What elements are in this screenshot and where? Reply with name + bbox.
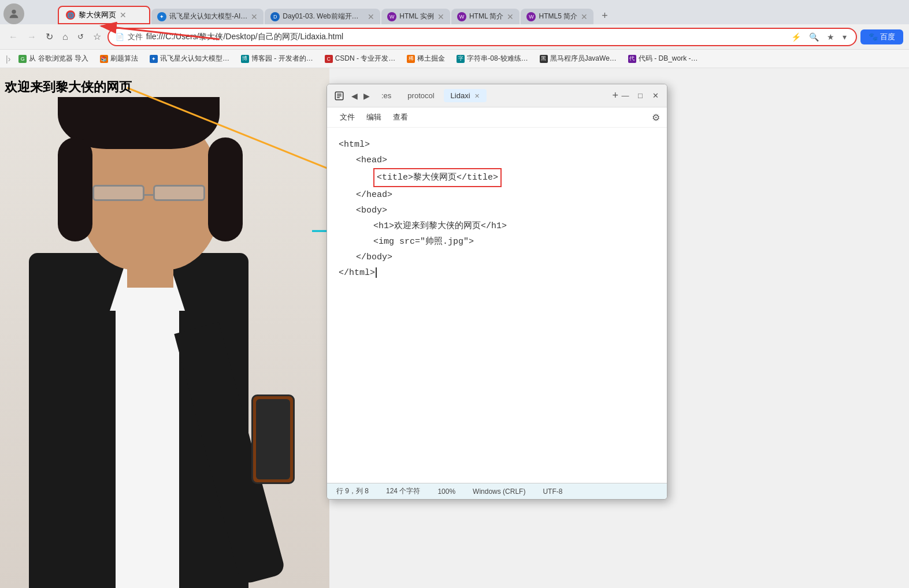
bookmarks-expand-icon[interactable]: |›	[6, 54, 10, 64]
page-heading: 欢迎来到黎大侠的网页	[5, 79, 132, 96]
notepad-new-tab-btn[interactable]: +	[610, 90, 621, 102]
notepad-statusbar: 行 9，列 8 124 个字符 100% Windows (CRLF) UTF-…	[327, 483, 667, 499]
bookmark-icon-juejin: 稀	[407, 55, 415, 63]
white-shirt	[116, 299, 179, 588]
notepad-titlebar: ◀ ▶ :es protocol Lidaxi ✕ + — □ ✕	[327, 84, 667, 107]
bookmark-xunfei[interactable]: ✦ 讯飞星火认知大模型…	[146, 53, 233, 65]
notepad-menubar: 文件 编辑 查看 ⚙	[327, 107, 667, 128]
tab-icon-5: W	[457, 12, 466, 21]
glasses-right	[153, 185, 205, 201]
tab-label-active: 黎大侠网页	[79, 10, 116, 20]
address-bar-container[interactable]: 📄 文件 ⚡ 🔍 ★ ▾	[107, 28, 858, 46]
forward-button[interactable]: →	[24, 30, 39, 44]
bookmark-icon-code: 代	[628, 55, 636, 63]
notepad-tab-close[interactable]: ✕	[474, 92, 480, 99]
statusbar-line-ending: Windows (CRLF)	[473, 487, 525, 496]
bookmark-icon-csdn: C	[325, 55, 333, 63]
history-button[interactable]: ↺	[75, 31, 87, 43]
notepad-tabs: :es protocol Lidaxi ✕	[374, 89, 610, 102]
bookmark-import[interactable]: G 从 谷歌浏览器 导入	[15, 53, 92, 65]
tab-icon-3: D	[270, 12, 280, 21]
code-line-4: </head>	[339, 187, 655, 203]
notepad-forward-btn[interactable]: ▶	[361, 90, 372, 102]
tab-label-3: Day01-03. Web前端开发…	[283, 12, 364, 21]
notepad-settings-btn[interactable]: ⚙	[652, 112, 660, 123]
code-line-5: <body>	[339, 203, 655, 218]
bookmark-strings[interactable]: 字 字符串-08-较难练…	[453, 53, 531, 65]
browser-chrome: 🌐 黎大侠网页 ✕ ✦ 讯飞星火认知大模型-AI… ✕ D Day01-03. …	[0, 0, 909, 68]
address-bar-input[interactable]	[146, 32, 789, 42]
notepad-menu-file[interactable]: 文件	[334, 110, 361, 125]
tab-4[interactable]: W HTML 实例 ✕	[381, 9, 450, 24]
code-line-9: </html>	[339, 265, 655, 281]
glasses-bridge	[143, 194, 155, 196]
notepad-minimize-btn[interactable]: —	[621, 91, 630, 101]
code-line-1: <html>	[339, 137, 655, 152]
code-editor[interactable]: <html> <head> <title>黎大侠网页</title> </hea…	[327, 128, 667, 290]
search-icon[interactable]: 🔍	[807, 31, 821, 43]
dropdown-icon[interactable]: ▾	[840, 31, 849, 43]
tab-bar: 🌐 黎大侠网页 ✕ ✦ 讯飞星火认知大模型-AI… ✕ D Day01-03. …	[0, 0, 909, 24]
notepad-window-controls: — □ ✕	[621, 91, 660, 101]
tab-close-active[interactable]: ✕	[120, 10, 127, 20]
notepad-menu-edit[interactable]: 编辑	[361, 110, 387, 125]
statusbar-zoom: 100%	[437, 487, 455, 496]
tab-icon-2: ✦	[157, 12, 166, 21]
tab-close-3[interactable]: ✕	[368, 12, 374, 21]
notepad-tab-1[interactable]: :es	[374, 89, 398, 102]
phone	[251, 395, 295, 484]
bookmark-icon-xunfei: ✦	[150, 55, 158, 63]
new-tab-button[interactable]: +	[597, 8, 613, 24]
notepad-menu-view[interactable]: 查看	[387, 110, 414, 125]
notepad-nav-arrows: ◀ ▶	[349, 90, 372, 102]
tab-label-4: HTML 实例	[399, 12, 434, 21]
lightning-icon[interactable]: ⚡	[789, 31, 803, 43]
browser-page: 欢迎来到黎大侠的网页	[0, 68, 329, 588]
tab-label-6: HTML5 简介	[539, 12, 577, 21]
file-text: 文件	[128, 32, 143, 42]
notepad-window: ◀ ▶ :es protocol Lidaxi ✕ + — □ ✕ 文件 编辑 …	[327, 84, 667, 500]
back-button[interactable]: ←	[6, 30, 21, 44]
tab-5[interactable]: W HTML 简介 ✕	[451, 9, 520, 24]
tab-icon-4: W	[387, 12, 396, 21]
bookmark-star-button[interactable]: ☆	[90, 29, 104, 44]
bookmark-heima[interactable]: 黑 黑马程序员JavaWe…	[536, 53, 620, 65]
bookmark-icon-strings: 字	[457, 55, 465, 63]
bookmark-cnblogs[interactable]: 博 博客园 - 开发者的…	[238, 53, 317, 65]
baidu-button[interactable]: 🐾 百度	[860, 29, 903, 44]
refresh-button[interactable]: ↻	[43, 29, 56, 44]
bookmarks-bar: |› G 从 谷歌浏览器 导入 📚 刷题算法 ✦ 讯飞星火认知大模型… 博 博客…	[0, 50, 909, 68]
bookmark-icon-cnblogs: 博	[241, 55, 249, 63]
code-content: <html> <head> <title>黎大侠网页</title> </hea…	[327, 128, 667, 500]
notepad-tab-3[interactable]: Lidaxi ✕	[444, 89, 487, 102]
tab-active[interactable]: 🌐 黎大侠网页 ✕	[58, 6, 150, 24]
bookmark-icon-import: G	[18, 55, 27, 63]
tab-6[interactable]: W HTML5 简介 ✕	[521, 9, 593, 24]
tab-2[interactable]: ✦ 讯飞星火认知大模型-AI… ✕	[151, 9, 264, 24]
bookmark-code[interactable]: 代 代码 - DB_work -…	[625, 53, 702, 65]
bookmark-icon-heima: 黑	[540, 55, 548, 63]
tab-3[interactable]: D Day01-03. Web前端开发… ✕	[265, 9, 380, 24]
code-line-6: <h1>欢迎来到黎大侠的网页</h1>	[339, 218, 655, 234]
bookmark-csdn[interactable]: C CSDN - 专业开发…	[321, 53, 399, 65]
home-button[interactable]: ⌂	[60, 30, 71, 44]
title-highlight: <title>黎大侠网页</title>	[373, 168, 502, 187]
bookmark-icon[interactable]: ★	[825, 31, 837, 43]
tab-close-5[interactable]: ✕	[507, 12, 514, 21]
user-avatar[interactable]	[3, 3, 24, 24]
code-line-3: <title>黎大侠网页</title>	[339, 168, 655, 187]
tab-close-2[interactable]: ✕	[251, 12, 258, 21]
notepad-close-btn[interactable]: ✕	[651, 91, 660, 101]
statusbar-position: 行 9，列 8	[336, 486, 369, 496]
notepad-back-btn[interactable]: ◀	[349, 90, 360, 102]
code-line-2: <head>	[339, 152, 655, 168]
bookmark-juejin[interactable]: 稀 稀土掘金	[403, 53, 448, 65]
glasses-left	[92, 185, 144, 201]
bookmark-icon-leetcode: 📚	[100, 55, 108, 63]
notepad-app-icon	[334, 91, 344, 101]
tab-close-6[interactable]: ✕	[581, 12, 588, 21]
notepad-tab-2[interactable]: protocol	[400, 89, 441, 102]
notepad-maximize-btn[interactable]: □	[636, 91, 645, 101]
bookmark-leetcode[interactable]: 📚 刷题算法	[97, 53, 142, 65]
tab-close-4[interactable]: ✕	[437, 12, 444, 21]
